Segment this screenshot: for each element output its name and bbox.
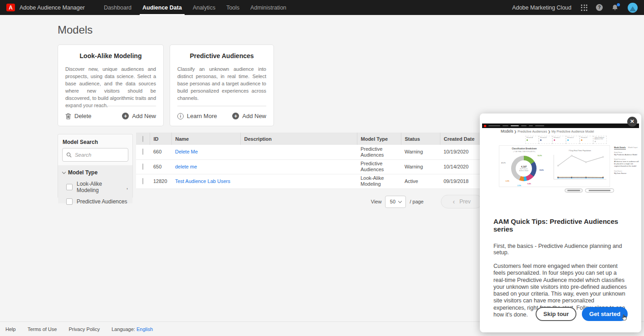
cell-model-type: Look-Alike Modeling	[357, 174, 401, 188]
learn-more-label: Learn More	[187, 113, 217, 119]
chevron-down-icon	[62, 170, 66, 173]
legend-item: Persona A	[525, 136, 539, 144]
close-icon[interactable]: ×	[627, 117, 637, 127]
nav-item-audience-data[interactable]: Audience Data	[137, 0, 187, 15]
model-link[interactable]: delete me	[175, 164, 197, 169]
model-type-header[interactable]: Model Type	[63, 169, 128, 176]
legend-dot	[595, 141, 596, 142]
model-link[interactable]: Delete Me	[175, 149, 198, 154]
pagination: View 50 / page ‹ Prev	[136, 195, 483, 208]
modal-paragraph: First, the basics - Predictive Audience …	[493, 243, 628, 256]
thumb-details-panel: Model Details Model Input Model NameMy P…	[614, 146, 639, 175]
thumb-donut-zone: Classification Breakdown ( 7 DAY REAL-TI…	[499, 146, 549, 188]
thumb-charts-card: Classification Breakdown ( 7 DAY REAL-TI…	[499, 145, 610, 187]
nav-items: Dashboard Audience Data Analytics Tools …	[98, 0, 292, 15]
filter-option-look-alike: Look-Alike Modeling ,	[66, 181, 128, 193]
select-all-checkbox[interactable]	[142, 136, 143, 142]
nav-item-administration[interactable]: Administration	[245, 0, 292, 15]
footer-link-help[interactable]: Help	[5, 326, 16, 332]
footer-link-terms[interactable]: Terms of Use	[28, 326, 57, 332]
page-size-value: 50	[390, 199, 395, 204]
thumb-adobe-logo	[484, 125, 486, 127]
footer-link-privacy[interactable]: Privacy Policy	[68, 326, 99, 332]
add-new-button[interactable]: + Add New	[122, 113, 156, 119]
option-label: Look-Alike Modeling	[77, 181, 122, 193]
option-label: Predictive Audiences	[77, 198, 127, 205]
col-id[interactable]: ID	[150, 133, 171, 145]
help-icon[interactable]: ?	[596, 4, 603, 11]
brand-label: Adobe Audience Manager	[20, 5, 85, 11]
donut-percent-label: 6.3%	[506, 180, 509, 182]
skip-tour-button[interactable]: Skip tour	[536, 307, 576, 321]
predictive-checkbox[interactable]	[66, 198, 73, 205]
look-alike-checkbox[interactable]	[66, 184, 73, 190]
notifications-button[interactable]	[611, 4, 619, 11]
thumb-field-value: All devices seen in audience will be pla…	[614, 161, 639, 168]
legend-item: Persona C	[552, 136, 566, 144]
card-footer: i Learn More + Add New	[177, 106, 266, 126]
card-title: Look-Alike Modeling	[58, 52, 163, 59]
nav-item-analytics[interactable]: Analytics	[187, 0, 221, 15]
model-type-group: Model Type Look-Alike Modeling , Predict…	[58, 165, 132, 203]
info-icon: i	[177, 113, 184, 119]
nav-item-dashboard[interactable]: Dashboard	[98, 0, 137, 15]
legend-dot	[527, 139, 528, 141]
model-link[interactable]: Test Audience Lab Users	[175, 178, 230, 184]
table-row: 660 Delete Me Predictive Audiences Warni…	[136, 145, 483, 159]
delete-button[interactable]: Delete	[65, 113, 92, 119]
donut-title: Classification Breakdown	[499, 148, 549, 150]
search-input[interactable]	[75, 152, 124, 158]
legend-item: Persona D	[566, 136, 580, 144]
row-checkbox[interactable]	[142, 148, 143, 155]
model-type-label: Model Type	[68, 169, 98, 176]
cell-created: 10/19/2020	[440, 145, 483, 159]
prev-page-button[interactable]: ‹ Prev	[441, 195, 483, 208]
donut-percent-label: 16.2%	[537, 155, 542, 157]
quick-tips-modal: × Models ❯ Predictive Audiences ❯ My Pre…	[480, 114, 641, 332]
row-checkbox[interactable]	[142, 178, 143, 184]
cell-description	[240, 159, 357, 174]
thumb-line-chart-zone: 7 Day Real Time Population	[549, 146, 610, 188]
donut-percent-label: 9.4%	[527, 183, 531, 185]
plus-icon: +	[122, 113, 129, 119]
donut-chart: 4,197 My Predictive Audience Model	[511, 156, 537, 181]
thumb-mini-nav	[482, 124, 639, 128]
avatar[interactable]	[628, 3, 638, 13]
donut-percent-label: 19.8%	[539, 169, 544, 171]
table-row: 650 delete me Predictive Audiences Warni…	[136, 159, 483, 174]
language-link[interactable]: English	[137, 326, 153, 332]
donut-percent-label: 45.2%	[501, 162, 506, 164]
nav-item-tools[interactable]: Tools	[221, 0, 245, 15]
table-header-row: ID Name Description Model Type Status Cr…	[136, 133, 483, 145]
col-model-type[interactable]: Model Type	[357, 133, 401, 145]
thumb-button-secondary	[565, 188, 583, 193]
search-icon	[66, 152, 72, 158]
table-row: 12820 Test Audience Lab Users Look-Alike…	[136, 174, 483, 188]
row-checkbox[interactable]	[142, 163, 143, 170]
donut-percent-label: 2.1%	[517, 185, 521, 187]
learn-more-button[interactable]: i Learn More	[177, 113, 217, 119]
legend-dot	[540, 139, 542, 141]
search-box[interactable]	[62, 148, 128, 162]
legend-dot	[581, 139, 582, 141]
card-description: Discover new, unique audiences and prosp…	[65, 66, 156, 109]
thumb-field-value: My Data Source	[614, 173, 639, 175]
col-status[interactable]: Status	[401, 133, 440, 145]
col-name[interactable]: Name	[171, 133, 240, 145]
col-description[interactable]: Description	[240, 133, 357, 145]
page-size-select[interactable]: 50	[385, 196, 406, 208]
add-new-button[interactable]: + Add New	[232, 113, 266, 119]
view-label: View	[371, 199, 382, 204]
page-title: Models	[58, 24, 93, 36]
thumb-tab-model-details: Model Details	[614, 146, 626, 149]
prev-label: Prev	[459, 198, 471, 205]
thumb-field-label: Data Source	[614, 170, 639, 172]
thumb-breadcrumb: Models ❯ Predictive Audiences ❯ My Predi…	[501, 129, 594, 133]
donut-center-value: 4,197	[521, 165, 527, 168]
app-grid-icon[interactable]	[581, 5, 587, 11]
card-look-alike-modeling: Look-Alike Modeling Discover new, unique…	[58, 44, 164, 126]
donut-subtitle: ( 7 DAY REAL-TIME POPULATION )	[499, 151, 549, 153]
col-created-date[interactable]: Created Date	[440, 133, 483, 145]
cell-status: Warning	[401, 159, 440, 174]
cell-description	[240, 174, 357, 188]
